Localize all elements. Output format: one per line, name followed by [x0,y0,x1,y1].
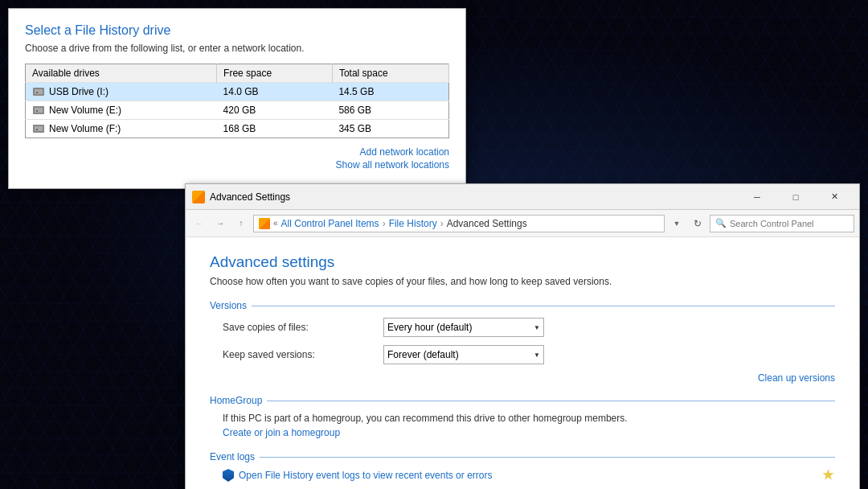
breadcrumb-app-icon [259,218,270,229]
volume-e-icon [32,105,45,116]
dialog-title: Select a File History drive [25,23,449,38]
event-log-link-text: Open File History event logs to view rec… [239,470,492,481]
versions-label: Versions [210,300,247,311]
advanced-settings-window: Advanced Settings ─ □ ✕ ← → ↑ « All Cont… [185,183,860,489]
close-button[interactable]: ✕ [816,185,853,209]
table-row[interactable]: New Volume (F:) 168 GB 345 GB [26,120,449,138]
event-log-link[interactable]: Open File History event logs to view rec… [210,469,835,482]
save-copies-value: Every hour (default) [387,322,472,333]
event-logs-section-header: Event logs [210,451,835,462]
svg-rect-2 [36,92,38,93]
up-button[interactable]: ↑ [232,215,250,232]
svg-rect-4 [35,108,43,113]
col-header-total-space: Total space [332,64,448,83]
e-total-space: 586 GB [332,101,448,120]
navigation-bar: ← → ↑ « All Control Panel Items › File H… [186,210,859,237]
keep-versions-label: Keep saved versions: [223,349,383,360]
breadcrumb-dropdown-button[interactable]: ▼ [668,215,686,232]
clean-up-versions-link[interactable]: Clean up versions [210,372,835,384]
svg-rect-5 [36,110,38,112]
f-total-space: 345 GB [332,120,448,138]
show-all-network-locations-link[interactable]: Show all network locations [25,159,449,171]
drive-name-f: New Volume (F:) [49,123,121,134]
breadcrumb-bar: « All Control Panel Items › File History… [253,215,665,232]
usb-drive-icon [32,86,45,97]
e-free-space: 420 GB [217,101,333,120]
drive-name-usb: USB Drive (I:) [49,86,108,97]
breadcrumb-sep-2: › [440,218,444,229]
maximize-button[interactable]: □ [777,185,814,209]
window-app-icon [192,191,205,203]
drives-table: Available drives Free space Total space … [25,64,449,138]
col-header-free-space: Free space [217,64,333,83]
watermark-suffix: FIX [835,468,860,482]
homegroup-section-header: HomeGroup [210,395,835,406]
search-box: 🔍 [710,215,854,232]
svg-rect-8 [36,129,38,130]
file-history-dialog: Select a File History drive Choose a dri… [8,8,466,189]
save-copies-dropdown-arrow: ▼ [534,324,540,331]
search-icon: 🔍 [715,218,727,228]
watermark-highlight: ★ [822,468,835,482]
homegroup-link[interactable]: Create or join a homegroup [210,427,835,438]
event-logs-section: Event logs Open File History event logs … [210,451,835,482]
watermark-prefix: LIG [796,468,822,482]
keep-versions-row: Keep saved versions: Forever (default) ▼ [210,345,835,364]
window-controls: ─ □ ✕ [739,185,853,209]
svg-rect-1 [35,89,43,94]
window-titlebar: Advanced Settings ─ □ ✕ [186,184,859,210]
table-row[interactable]: New Volume (E:) 420 GB 586 GB [26,101,449,120]
usb-total-space: 14.5 GB [332,83,448,101]
dialog-links: Add network location Show all network lo… [25,146,449,171]
watermark: LIG★FIX [796,467,860,483]
breadcrumb-sep-1: › [383,218,386,229]
keep-versions-dropdown[interactable]: Forever (default) ▼ [383,345,544,364]
content-subtitle: Choose how often you want to save copies… [210,276,835,287]
window-title: Advanced Settings [210,191,739,203]
breadcrumb-all-control-panel[interactable]: All Control Panel Items [281,218,379,229]
refresh-button[interactable]: ↻ [689,215,706,232]
drive-name-e: New Volume (E:) [49,105,121,116]
usb-free-space: 14.0 GB [217,83,333,101]
svg-rect-7 [35,126,43,131]
dialog-subtitle: Choose a drive from the following list, … [25,43,449,54]
save-copies-label: Save copies of files: [223,322,383,333]
add-network-location-link[interactable]: Add network location [25,146,449,158]
breadcrumb-chevrons: « [273,219,278,228]
keep-versions-value: Forever (default) [387,349,459,360]
save-copies-row: Save copies of files: Every hour (defaul… [210,318,835,337]
breadcrumb-advanced-settings: Advanced Settings [447,218,527,229]
event-logs-label: Event logs [210,451,255,462]
homegroup-label: HomeGroup [210,395,262,406]
breadcrumb-file-history[interactable]: File History [389,218,437,229]
f-free-space: 168 GB [217,120,333,138]
forward-button[interactable]: → [211,215,229,232]
minimize-button[interactable]: ─ [739,185,776,209]
keep-versions-dropdown-arrow: ▼ [534,351,540,359]
col-header-available-drives: Available drives [26,64,217,83]
shield-icon [223,469,234,482]
versions-section-header: Versions [210,300,835,311]
homegroup-section: HomeGroup If this PC is part of a homegr… [210,395,835,438]
content-area: Advanced settings Choose how often you w… [186,237,859,489]
back-button[interactable]: ← [190,215,208,232]
content-title: Advanced settings [210,253,835,271]
table-row[interactable]: USB Drive (I:) 14.0 GB 14.5 GB [26,83,449,101]
search-input[interactable] [730,219,849,228]
volume-f-icon [32,123,45,134]
homegroup-description: If this PC is part of a homegroup, you c… [210,413,835,424]
save-copies-dropdown[interactable]: Every hour (default) ▼ [383,318,544,337]
